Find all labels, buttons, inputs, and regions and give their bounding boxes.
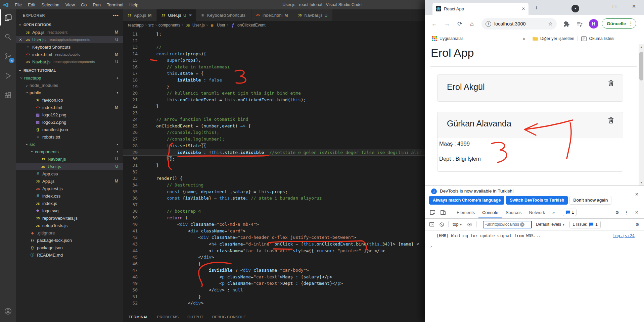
- console-filter-input[interactable]: -url:https://localhos✕: [483, 221, 532, 228]
- page-scrollbar[interactable]: ▲ ▼: [639, 44, 644, 185]
- close-icon[interactable]: ✕: [16, 38, 25, 42]
- open-editor-navbar-js[interactable]: JSNavbar.jsreactapp\src\componentsU: [16, 58, 123, 65]
- tree-item-app-css[interactable]: #App.css: [16, 170, 123, 177]
- breadcrumb-user[interactable]: ⧈User: [210, 23, 225, 28]
- console-messages-chip[interactable]: 1: [563, 209, 577, 216]
- back-icon[interactable]: ←: [431, 20, 437, 27]
- menu-edit[interactable]: Edit: [25, 0, 38, 9]
- trash-icon[interactable]: [608, 79, 614, 87]
- devtools-menu-icon[interactable]: ⋮: [624, 210, 629, 215]
- source-link[interactable]: log.js:24: [613, 233, 635, 238]
- more-tabs-icon[interactable]: »: [549, 206, 558, 218]
- settings-gear-icon[interactable]: ⚙: [615, 210, 619, 215]
- breadcrumb-onclickedevent[interactable]: ƒonClickedEvent: [230, 23, 265, 28]
- tree-item-reportwebvitals-js[interactable]: JSreportWebVitals.js: [16, 214, 123, 222]
- bookmark-star-icon[interactable]: ☆: [548, 21, 553, 27]
- tree-item-navbar-js[interactable]: JSNavbar.jsU: [16, 155, 123, 163]
- menu-help[interactable]: Help: [126, 0, 141, 9]
- breadcrumb-components[interactable]: components: [158, 23, 180, 28]
- account-icon[interactable]: [0, 303, 16, 319]
- tree-item-manifest-json[interactable]: {}manifest.json: [16, 126, 123, 133]
- new-tab-button[interactable]: +: [535, 4, 538, 12]
- search-icon[interactable]: [0, 29, 16, 45]
- scroll-down-icon[interactable]: ▼: [639, 180, 644, 185]
- menu-go[interactable]: Go: [78, 0, 90, 9]
- tree-item-index-html[interactable]: <>index.htmlM: [16, 104, 123, 111]
- minimize-button[interactable]: —: [588, 2, 602, 11]
- tree-item-robots-txt[interactable]: ≡robots.txt: [16, 133, 123, 141]
- project-header[interactable]: ›REACT TUTORIAL: [16, 67, 123, 74]
- tree-item-setuptests-js[interactable]: JSsetupTests.js: [16, 222, 123, 229]
- scroll-up-icon[interactable]: ▲: [639, 44, 644, 50]
- scrollbar-thumb[interactable]: [639, 52, 643, 80]
- address-bar[interactable]: i localhost:3000 ☆: [481, 18, 557, 30]
- open-editor-keyboard-shortcuts[interactable]: ≡Keyboard Shortcuts: [16, 43, 123, 51]
- context-selector[interactable]: top▼: [453, 222, 462, 227]
- open-editor-index-html[interactable]: <>index.htmlreactapp\publicM: [16, 51, 123, 58]
- menu-file[interactable]: File: [12, 0, 25, 9]
- profile-avatar[interactable]: H: [589, 19, 598, 29]
- tab-close-icon[interactable]: ✕: [522, 6, 525, 11]
- infobar-button-always-match-chrome-s-language[interactable]: Always match Chrome's language: [429, 196, 504, 205]
- panel-tab-output[interactable]: OUTPUT: [187, 315, 203, 319]
- update-chrome-button[interactable]: Güncelle⋮: [602, 18, 636, 29]
- home-icon[interactable]: ⌂: [470, 20, 474, 27]
- panel-tab-problems[interactable]: PROBLEMS: [157, 315, 179, 319]
- browser-tab[interactable]: React App ✕: [432, 3, 528, 15]
- tree-item-index-js[interactable]: JSindex.js: [16, 200, 123, 207]
- explorer-icon[interactable]: [0, 9, 16, 25]
- tree-item-logo512-png[interactable]: ▨logo512.png: [16, 118, 123, 126]
- tree-item-logo192-png[interactable]: ▨logo192.png: [16, 111, 123, 118]
- tree-item-favicon-ico[interactable]: ★favicon.ico: [16, 96, 123, 104]
- tree-item-app-js[interactable]: JSApp.jsM: [16, 177, 123, 185]
- source-control-icon[interactable]: 4: [0, 48, 16, 64]
- devtools-tab-network[interactable]: Network: [525, 206, 549, 218]
- tab-index-html[interactable]: <>index.htmlM: [251, 9, 293, 21]
- tab-navbar-js[interactable]: JSNavbar.jsU: [293, 9, 332, 21]
- console-prompt[interactable]: ›: [425, 241, 644, 251]
- tree-item-reactapp[interactable]: ›reactapp●: [16, 74, 123, 82]
- breadcrumb-user-js[interactable]: JSUser.js: [185, 23, 205, 28]
- tree-item-package-lock-json[interactable]: {}package-lock.json: [16, 236, 123, 244]
- tree-item-public[interactable]: ›public●: [16, 89, 123, 96]
- bookmark-apps[interactable]: Uygulamalar: [440, 36, 463, 41]
- delete-user-button[interactable]: [608, 79, 614, 88]
- site-info-icon[interactable]: i: [486, 21, 491, 27]
- forward-icon[interactable]: →: [444, 20, 450, 27]
- run-debug-icon[interactable]: [0, 68, 16, 84]
- console-settings-icon[interactable]: ⚙: [635, 222, 639, 227]
- infobar-close-icon[interactable]: ✕: [635, 192, 639, 197]
- explorer-actions-icon[interactable]: •••: [113, 13, 119, 18]
- maximize-button[interactable]: ☐: [608, 2, 621, 11]
- device-toolbar-icon[interactable]: [440, 210, 446, 215]
- clear-filter-icon[interactable]: ✕: [520, 222, 524, 227]
- tab-app-js[interactable]: JSApp.jsM: [123, 9, 156, 21]
- console-sidebar-icon[interactable]: [429, 222, 434, 227]
- devtools-tab-console[interactable]: Console: [478, 206, 502, 218]
- tree-item-app-test-js[interactable]: JSApp.test.js: [16, 185, 123, 192]
- menu-view[interactable]: View: [62, 0, 78, 9]
- user-name[interactable]: Gürkan Alavanda: [447, 119, 511, 128]
- open-editor-app-js[interactable]: JSApp.jsreactapp\srcM: [16, 29, 123, 36]
- delete-user-button[interactable]: [608, 117, 614, 125]
- tree-item-components[interactable]: ›components●: [16, 148, 123, 155]
- issues-counter[interactable]: 1 Issue:1: [569, 221, 601, 228]
- bookmark-other[interactable]: Diğer yer işaretleri: [540, 36, 574, 41]
- playlist-extension-icon[interactable]: [576, 21, 583, 29]
- apps-grid-icon[interactable]: [432, 36, 437, 41]
- menu-terminal[interactable]: Terminal: [104, 0, 126, 9]
- browser-menu-icon[interactable]: ⋮: [629, 21, 633, 26]
- panel-tab-terminal[interactable]: TERMINAL: [129, 315, 148, 319]
- extension-puzzle-icon[interactable]: [563, 21, 570, 29]
- reload-icon[interactable]: ⟳: [457, 20, 462, 27]
- menu-selection[interactable]: Selection: [38, 0, 62, 9]
- extensions-icon[interactable]: [0, 87, 16, 103]
- devtools-close-icon[interactable]: ✕: [635, 210, 639, 215]
- infobar-button-switch-devtools-to-turkish[interactable]: Switch DevTools to Turkish: [506, 196, 568, 205]
- close-icon[interactable]: ✕: [189, 13, 192, 17]
- tree-item-node-modules[interactable]: ›node_modules: [16, 82, 123, 89]
- devtools-tab-sources[interactable]: Sources: [502, 206, 525, 218]
- log-levels-dropdown[interactable]: Default levels▼: [536, 222, 565, 227]
- trash-icon[interactable]: [608, 117, 614, 124]
- breadcrumb-src[interactable]: src: [148, 23, 154, 28]
